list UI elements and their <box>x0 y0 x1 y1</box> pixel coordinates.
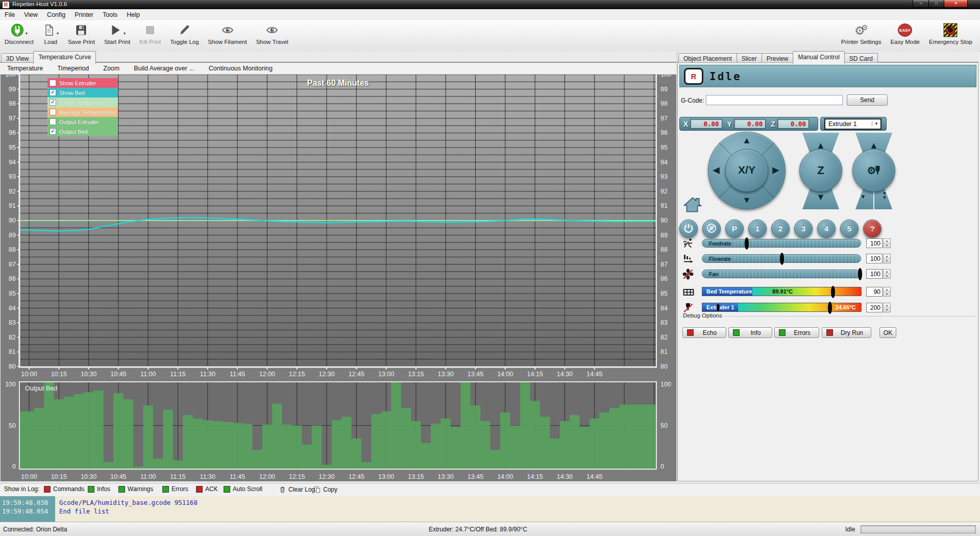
fan-slider[interactable]: Fan <box>702 270 861 278</box>
jog-y-minus-button[interactable]: ▼ <box>742 196 751 205</box>
tab-3d-view[interactable]: 3D View <box>1 53 34 63</box>
tab-object-placement[interactable]: Object Placement <box>678 53 737 63</box>
dropdown-arrow-icon[interactable]: ▾ <box>124 31 126 38</box>
preset-1-button[interactable]: 1 <box>748 220 767 238</box>
legend-output-bed[interactable]: ✓Output Bed <box>47 127 118 136</box>
legend-average-temperatures[interactable]: Average Temperatures <box>47 107 118 117</box>
flowrate-spinner[interactable]: ▲▼ <box>883 254 891 263</box>
extruder-select[interactable]: Extruder 1 ▼ <box>824 118 881 130</box>
debug-echo-button[interactable]: Echo <box>682 327 726 338</box>
debug-dry-run-button[interactable]: Dry Run <box>822 327 871 338</box>
chart-menu-zoom[interactable]: Zoom <box>96 63 127 72</box>
title-bar: R Repetier-Host V1.0.6 ─ □ ✕ <box>0 0 980 9</box>
toolbar-emergency-stop[interactable]: Emergency Stop <box>924 20 977 49</box>
checkbox[interactable]: ✓ <box>50 128 56 135</box>
menu-printer[interactable]: Printer <box>70 9 98 18</box>
preset-5-button[interactable]: 5 <box>840 220 859 238</box>
toolbar-load[interactable]: ▾Load <box>38 20 63 49</box>
log-action-clear-log[interactable]: Clear Log <box>279 485 315 494</box>
dropdown-arrow-icon[interactable]: ▾ <box>26 31 28 38</box>
bed-temperature-slider[interactable]: Bed Temperature89.91°C <box>702 287 861 296</box>
legend-show-bed[interactable]: ✓Show Bed <box>47 88 118 98</box>
extruder-1-slider[interactable]: Extruder 124.65°C <box>702 303 861 312</box>
debug-ok-button[interactable]: OK <box>879 327 896 338</box>
toolbar-show-filament[interactable]: Show Filament <box>204 20 252 49</box>
slider-thumb[interactable] <box>831 286 835 298</box>
jog-x-plus-button[interactable]: ▶ <box>772 165 779 175</box>
log-toggle-infos[interactable]: Infos <box>88 485 110 493</box>
toolbar-toggle-log[interactable]: Toggle Log <box>165 20 203 49</box>
checkbox[interactable] <box>50 80 56 86</box>
menu-help[interactable]: Help <box>122 9 144 18</box>
help-button[interactable]: ? <box>863 220 881 238</box>
tab-sd-card[interactable]: SD Card <box>844 53 878 63</box>
power-button[interactable] <box>679 220 698 238</box>
toolbar-save-print[interactable]: Save Print <box>63 20 100 49</box>
dropdown-arrow-icon[interactable]: ▾ <box>57 31 59 38</box>
legend-show-extruder[interactable]: Show Extruder <box>47 78 118 88</box>
flowrate-value[interactable]: 100 <box>866 254 883 263</box>
toolbar-printer-settings[interactable]: ⚙⚙Printer Settings <box>837 20 886 49</box>
tab-temperature-curve[interactable]: Temperature Curve <box>33 51 96 64</box>
fan-spinner[interactable]: ▲▼ <box>883 269 891 279</box>
fan-value[interactable]: 100 <box>866 269 883 279</box>
slider-thumb[interactable] <box>858 268 862 280</box>
motors-off-button[interactable] <box>702 220 721 238</box>
log-toggle-ack[interactable]: ACK <box>196 485 218 493</box>
log-action-copy[interactable]: Copy <box>313 485 337 494</box>
log-toggle-warnings[interactable]: Warnings <box>118 485 153 493</box>
tab-slicer[interactable]: Slicer <box>737 53 762 63</box>
toolbar-start-print[interactable]: ▾Start Print <box>100 20 135 49</box>
menu-view[interactable]: View <box>19 9 42 18</box>
log-toggle-auto-scroll[interactable]: Auto Scroll <box>224 485 262 493</box>
extruder-1-spinner[interactable]: ▲▼ <box>883 303 891 312</box>
home-button[interactable] <box>683 195 702 215</box>
preset-3-button[interactable]: 3 <box>794 220 813 238</box>
preset-4-button[interactable]: 4 <box>817 220 836 238</box>
tab-preview[interactable]: Preview <box>762 53 794 63</box>
park-button[interactable]: P <box>725 220 744 238</box>
maximize-button[interactable]: □ <box>928 0 944 8</box>
close-button[interactable]: ✕ <box>944 0 968 8</box>
toolbar-easy-mode[interactable]: EASYEasy Mode <box>886 20 924 49</box>
toolbar-disconnect[interactable]: ▾Disconnect <box>0 20 38 49</box>
checkbox[interactable] <box>50 118 56 125</box>
log-toggle-commands[interactable]: Commands <box>44 485 84 493</box>
xy-jog-pad[interactable]: ▲▼◀▶X/Y <box>708 132 786 209</box>
log-toggle-errors[interactable]: Errors <box>162 485 188 493</box>
jog-x-minus-button[interactable]: ◀ <box>713 165 720 175</box>
slider-thumb[interactable] <box>828 302 832 314</box>
checkbox[interactable]: ✓ <box>50 99 56 106</box>
menu-file[interactable]: File <box>0 9 19 18</box>
checkbox[interactable] <box>50 109 56 115</box>
chart-menu-temperature[interactable]: Temperature <box>0 63 50 72</box>
extruder-1-value[interactable]: 200 <box>866 303 883 312</box>
bed-temperature-value[interactable]: 90 <box>866 287 883 297</box>
chart-menu-timeperiod[interactable]: Timeperiod <box>50 63 96 72</box>
debug-errors-button[interactable]: Errors <box>774 327 819 338</box>
send-button[interactable]: Send <box>847 94 888 106</box>
checkbox[interactable]: ✓ <box>50 89 56 96</box>
tab-manual-control[interactable]: Manual Control <box>793 51 844 64</box>
feedrate-value[interactable]: 100 <box>866 238 883 248</box>
feedrate-spinner[interactable]: ▲▼ <box>883 238 891 248</box>
debug-info-button[interactable]: Info <box>728 327 772 338</box>
preset-2-button[interactable]: 2 <box>771 220 790 238</box>
legend-output-extruder[interactable]: Output Extruder <box>47 117 118 127</box>
toolbar-show-travel[interactable]: Show Travel <box>252 20 293 49</box>
minimize-button[interactable]: ─ <box>913 0 929 8</box>
slider-thumb[interactable] <box>745 237 749 250</box>
chart-menu-continuous-monitoring[interactable]: Continuous Monitoring <box>202 63 280 72</box>
chart-menu-build-average-over[interactable]: Build Average over ... <box>127 63 202 72</box>
gcode-input[interactable] <box>706 95 843 105</box>
gears-icon: ⚙⚙ <box>854 24 868 37</box>
flowrate-slider[interactable]: Flowrate <box>702 254 861 263</box>
log-view[interactable]: 19:59:48.038Gcode/PLA/humidity_base.gcod… <box>0 496 980 522</box>
jog-y-plus-button[interactable]: ▲ <box>742 136 751 145</box>
slider-thumb[interactable] <box>780 253 784 265</box>
bed-temperature-spinner[interactable]: ▲▼ <box>883 287 891 297</box>
feedrate-slider[interactable]: Feedrate <box>702 239 861 248</box>
legend-target-temperatures[interactable]: ✓Target Temperatures <box>47 98 118 107</box>
menu-tools[interactable]: Tools <box>98 9 122 18</box>
menu-config[interactable]: Config <box>42 9 70 18</box>
